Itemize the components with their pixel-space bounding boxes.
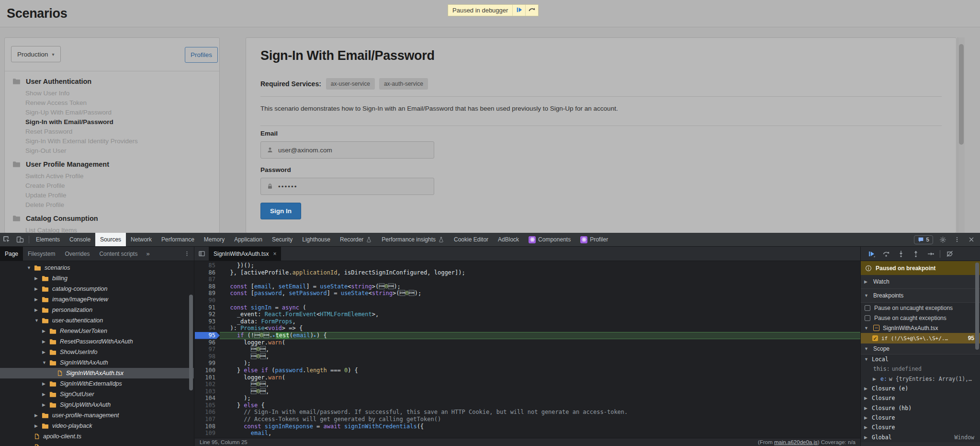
checkbox[interactable] <box>865 315 870 321</box>
chevron-right-icon[interactable]: ▶ <box>34 276 42 281</box>
chevron-right-icon[interactable]: ▶ <box>42 381 49 386</box>
sidebar-item-reset-password[interactable]: Reset Password <box>12 126 216 136</box>
devtools-tab-adblock[interactable]: AdBlock <box>493 233 524 246</box>
chevron-right-icon[interactable]: ▶ <box>42 329 49 333</box>
scope-group-global[interactable]: ▶GlobalWindow <box>861 432 980 442</box>
close-devtools-icon[interactable] <box>965 236 978 243</box>
device-toolbar-icon[interactable] <box>13 233 27 246</box>
line-number-90[interactable]: 90 <box>195 297 220 304</box>
password-field[interactable]: •••••• <box>260 178 434 195</box>
option-pause-on-uncaught-exceptions[interactable]: Pause on uncaught exceptions <box>861 303 980 313</box>
chevron-right-icon[interactable]: ▶ <box>34 413 42 418</box>
page-scrollbar[interactable] <box>957 37 965 233</box>
environment-dropdown[interactable]: Production ▾ <box>11 46 61 62</box>
file-tab-signinwithaxauth[interactable]: SignInWithAxAuth.tsx × <box>209 247 281 261</box>
tree-item-signinwithexternalidps[interactable]: ▶SignInWithExternalIdps <box>0 378 194 389</box>
sidebar-item-sign-out-user[interactable]: Sign-Out User <box>12 146 216 155</box>
chevron-right-icon[interactable]: ▶ <box>34 423 42 428</box>
line-number-97[interactable]: 97 <box>195 346 220 353</box>
sign-in-button[interactable]: Sign In <box>260 203 301 219</box>
chevron-right-icon[interactable]: ▶ <box>42 392 49 397</box>
navigator-menu-icon[interactable] <box>180 247 194 261</box>
resume-script-button[interactable] <box>864 247 879 261</box>
scrollbar-thumb[interactable] <box>959 44 964 145</box>
line-number-105[interactable]: 105 <box>195 402 220 409</box>
scope-group-closure[interactable]: ▶Closure <box>861 423 980 432</box>
tree-item-showuserinfo[interactable]: ▶ShowUserInfo <box>0 347 194 357</box>
tree-item-signinwithaxauth[interactable]: ▼SignInWithAxAuth <box>0 357 194 368</box>
checkbox[interactable] <box>865 305 870 311</box>
devtools-tab-elements[interactable]: Elements <box>31 233 65 246</box>
chevron-down-icon[interactable]: ▼ <box>42 360 49 365</box>
step-over-button[interactable] <box>879 247 893 261</box>
sidebar-item-update-profile[interactable]: Update Profile <box>12 190 216 200</box>
tree-item-signupwithaxauth[interactable]: ▶SignUpWithAxAuth <box>0 400 194 410</box>
sidebar-item-sign-in-with-email-password[interactable]: Sign-In with Email/Password <box>12 117 216 126</box>
toggle-navigator-icon[interactable] <box>194 247 209 261</box>
tree-item-scenarios[interactable]: ▼scenarios <box>0 263 194 273</box>
line-number-101[interactable]: 101 <box>195 374 220 381</box>
kebab-menu-icon[interactable] <box>950 236 964 243</box>
sidebar-item-switch-active-profile[interactable]: Switch Active Profile <box>12 171 216 181</box>
tree-item-renewusertoken[interactable]: ▶RenewUserToken <box>0 326 194 336</box>
devtools-tab-recorder[interactable]: Recorder <box>335 233 377 246</box>
tree-item-resetpasswordwithaxauth[interactable]: ▶ResetPasswordWithAxAuth <box>0 336 194 347</box>
sidebar-item-list-catalog-items[interactable]: List Catalog Items <box>12 225 216 233</box>
tree-item-catalog-consumption[interactable]: ▶catalog-consumption <box>0 284 194 294</box>
line-number-86[interactable]: 86 <box>195 269 220 276</box>
devtools-tab-components[interactable]: Components <box>524 233 575 246</box>
line-number-109[interactable]: 109 <box>195 430 220 437</box>
line-number-91[interactable]: 91 <box>195 304 220 311</box>
devtools-tab-network[interactable]: Network <box>126 233 157 246</box>
inspect-element-icon[interactable] <box>0 233 13 246</box>
tree-item-user-authentication[interactable]: ▼user-authentication <box>0 315 194 326</box>
issues-counter[interactable]: 5 <box>914 235 933 244</box>
line-number-99[interactable]: 99 <box>195 360 220 367</box>
scope-var-e[interactable]: ▶e:w {tryEntries: Array(1), p <box>861 374 980 384</box>
chevron-down-icon[interactable]: ▼ <box>34 318 42 323</box>
breakpoints-section-header[interactable]: ▼ Breakpoints <box>861 289 980 303</box>
tree-item-user-profile-management[interactable]: ▶user-profile-management <box>0 410 194 421</box>
tree-item-signoutuser[interactable]: ▶SignOutUser <box>0 389 194 400</box>
step-button[interactable] <box>923 247 938 261</box>
devtools-tab-cookie-editor[interactable]: Cookie Editor <box>449 233 493 246</box>
line-number-103[interactable]: 103 <box>195 388 220 395</box>
navigator-tab-overrides[interactable]: Overrides <box>60 247 94 261</box>
chevron-right-icon[interactable]: ▶ <box>42 350 49 355</box>
chevron-right-icon[interactable]: ▶ <box>34 297 42 302</box>
devtools-tab-application[interactable]: Application <box>229 233 267 246</box>
breakpoint-file-group[interactable]: ▼ ‹› SignInWithAxAuth.tsx <box>861 323 980 333</box>
line-number-100[interactable]: 100 <box>195 367 220 374</box>
breakpoint-checkbox[interactable]: ✓ <box>872 335 878 341</box>
line-number-98[interactable]: 98 <box>195 353 220 360</box>
line-number-96[interactable]: 96 <box>195 339 220 346</box>
line-number-104[interactable]: 104 <box>195 395 220 402</box>
scope-group-closure-e[interactable]: ▶Closure (e) <box>861 384 980 393</box>
devtools-tab-performance-insights[interactable]: Performance insights <box>377 233 449 246</box>
devtools-tab-performance[interactable]: Performance <box>157 233 199 246</box>
scope-group-closure[interactable]: ▶Closure <box>861 393 980 403</box>
sidebar-item-create-profile[interactable]: Create Profile <box>12 181 216 190</box>
step-out-button[interactable] <box>908 247 923 261</box>
devtools-tab-profiler[interactable]: Profiler <box>575 233 613 246</box>
close-tab-icon[interactable]: × <box>273 251 276 257</box>
scope-var-this[interactable]: this:undefined <box>861 364 980 374</box>
line-number-88[interactable]: 88 <box>195 283 220 290</box>
navigator-tab-page[interactable]: Page <box>0 247 23 261</box>
scope-section-header[interactable]: ▼ Scope <box>861 343 980 355</box>
line-number-102[interactable]: 102 <box>195 381 220 388</box>
breakpoint-entry[interactable]: ✓ if (!/\S+@\S+\.\S+/.… 95 <box>861 333 980 343</box>
tree-item-video-playback[interactable]: ▶video-playback <box>0 421 194 431</box>
line-number-89[interactable]: 89 <box>195 290 220 297</box>
devtools-tab-security[interactable]: Security <box>267 233 297 246</box>
line-number-95[interactable]: 95 <box>195 332 220 339</box>
devtools-tab-memory[interactable]: Memory <box>199 233 229 246</box>
sidebar-item-show-user-info[interactable]: Show User Info <box>12 88 216 98</box>
line-number-106[interactable]: 106 <box>195 409 220 416</box>
scope-group-closure-hb[interactable]: ▶Closure (hb) <box>861 403 980 412</box>
line-number-107[interactable]: 107 <box>195 416 220 423</box>
sidebar-item-sign-up-with-email-password[interactable]: Sign-Up With Email/Password <box>12 107 216 117</box>
chevron-right-icon[interactable]: ▶ <box>42 402 49 407</box>
sidebar-item-sign-in-with-external-identity-providers[interactable]: Sign-In With External Identity Providers <box>12 136 216 146</box>
settings-gear-icon[interactable] <box>936 236 949 243</box>
